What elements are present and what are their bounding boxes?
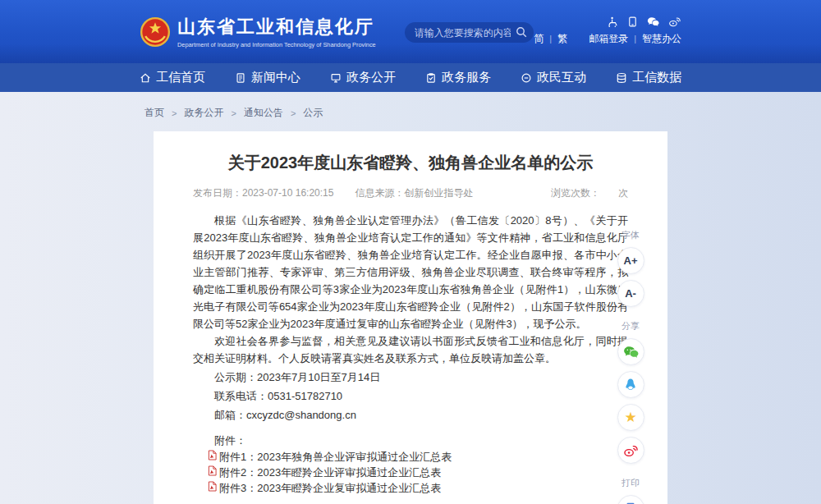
views-label: 浏览次数： [551, 186, 600, 200]
link-divider: | [549, 34, 552, 44]
share-qzone-button[interactable]: ★ [617, 404, 644, 431]
article-card: 关于2023年度山东省瞪羚、独角兽企业名单的公示 发布日期：2023-07-10… [154, 131, 667, 504]
nav-item-home[interactable]: 工信首页 [140, 70, 205, 85]
search-box [405, 22, 534, 43]
attachment-link-3[interactable]: 附件3：2023年瞪羚企业复审拟通过企业汇总表 [193, 481, 628, 496]
banner-utility-area: 简 | 繁 邮箱登录 | 智慧办公 [534, 16, 681, 46]
wechat-icon[interactable] [647, 16, 659, 27]
printer-icon [623, 502, 638, 504]
info-source: 信息来源：创新创业指导处 [355, 186, 473, 200]
national-emblem-logo [140, 16, 171, 48]
contact-phone: 联系电话：0531-51782710 [193, 387, 628, 405]
qq-icon [623, 378, 638, 392]
wechat-share-icon [623, 346, 639, 359]
breadcrumb-separator: > [291, 108, 296, 118]
weibo-icon[interactable] [668, 16, 681, 27]
simplified-chinese-link[interactable]: 简 [534, 32, 544, 46]
interaction-icon [521, 72, 532, 84]
attachments-label: 附件： [193, 432, 628, 449]
attachment-link-1[interactable]: 附件1：2023年独角兽企业评审拟通过企业汇总表 [193, 450, 628, 465]
share-wechat-button[interactable] [617, 338, 644, 365]
share-weibo-button[interactable] [617, 437, 644, 464]
home-icon [140, 72, 151, 84]
pdf-icon [208, 450, 217, 460]
nav-item-label: 政务公开 [346, 70, 396, 85]
nav-item-interaction[interactable]: 政民互动 [521, 70, 586, 85]
nav-item-label: 工信首页 [156, 70, 205, 85]
site-banner: 山东省工业和信息化厅 Department of Industry and In… [0, 0, 821, 63]
site-title: 山东省工业和信息化厅 [177, 15, 393, 39]
page-content: 首页 > 政务公开 > 通知公告 > 公示 关于2023年度山东省瞪羚、独角兽企… [0, 92, 821, 504]
views-suffix: 次 [618, 186, 628, 200]
article-meta: 发布日期：2023-07-10 16:20:15 信息来源：创新创业指导处 浏览… [193, 186, 628, 200]
attachment-label: 附件1：2023年独角兽企业评审拟通过企业汇总表 [219, 450, 452, 465]
publicity-period: 公示期：2023年7月10日至7月14日 [193, 369, 628, 386]
clipboard-icon [425, 72, 437, 84]
attachments-section: 附件： 附件1：2023年独角兽企业评审拟通过企业汇总表 [193, 432, 628, 496]
font-size-label: 字体 [621, 229, 640, 241]
search-input[interactable] [405, 22, 534, 43]
pdf-icon [208, 465, 217, 476]
page: 山东省工业和信息化厅 Department of Industry and In… [0, 0, 821, 504]
mail-login-link[interactable]: 邮箱登录 [589, 32, 628, 46]
nav-item-gov-services[interactable]: 政务服务 [425, 70, 491, 85]
search-icon[interactable] [516, 26, 527, 38]
traditional-chinese-link[interactable]: 繁 [557, 32, 567, 46]
print-label: 打印 [621, 477, 640, 489]
weibo-share-icon [623, 444, 638, 457]
paragraph: 根据《山东省瞪羚、独角兽企业认定管理办法》（鲁工信发〔2020〕8号）、《关于开… [193, 212, 628, 332]
breadcrumb-gov-openness[interactable]: 政务公开 [184, 106, 223, 120]
side-toolbar: 字体 A+ A- 分享 ★ [609, 222, 652, 504]
mobile-version-icon[interactable] [627, 16, 638, 27]
article-body: 根据《山东省瞪羚、独角兽企业认定管理办法》（鲁工信发〔2020〕8号）、《关于开… [193, 212, 628, 424]
link-divider: | [634, 34, 636, 44]
article-title: 关于2023年度山东省瞪羚、独角兽企业名单的公示 [193, 151, 628, 174]
breadcrumb-home[interactable]: 首页 [144, 106, 164, 120]
accessibility-icon[interactable] [608, 16, 618, 27]
nav-item-label: 工信数据 [632, 70, 681, 85]
attachment-label: 附件2：2023年瞪羚企业评审拟通过企业汇总表 [219, 465, 441, 480]
breadcrumb: 首页 > 政务公开 > 通知公告 > 公示 [140, 92, 681, 131]
monitor-icon [330, 72, 342, 84]
breadcrumb-separator: > [231, 108, 236, 118]
nav-item-news[interactable]: 新闻中心 [235, 70, 300, 85]
print-button[interactable] [617, 495, 644, 504]
share-label: 分享 [621, 320, 640, 332]
pdf-icon [208, 481, 217, 492]
breadcrumb-separator: > [172, 108, 177, 118]
database-icon [616, 72, 627, 84]
attachment-link-2[interactable]: 附件2：2023年瞪羚企业评审拟通过企业汇总表 [193, 465, 628, 480]
contact-email: 邮箱：cxcyzdc@shandong.cn [193, 406, 628, 424]
site-subtitle: Department of Industry and Information T… [177, 41, 376, 48]
font-decrease-button[interactable]: A- [617, 280, 644, 307]
share-qq-button[interactable] [617, 371, 644, 398]
site-brand: 山东省工业和信息化厅 Department of Industry and In… [140, 15, 393, 48]
qzone-star-icon: ★ [624, 410, 636, 424]
nav-item-label: 政民互动 [537, 70, 586, 85]
news-icon [235, 72, 246, 84]
publish-date: 发布日期：2023-07-10 16:20:15 [193, 186, 333, 200]
breadcrumb-notices[interactable]: 通知公告 [244, 106, 283, 120]
nav-item-gov-openness[interactable]: 政务公开 [330, 70, 396, 85]
nav-item-label: 政务服务 [442, 70, 491, 85]
main-navbar: 工信首页 新闻中心 政务公开 政务服务 [0, 63, 821, 92]
nav-item-label: 新闻中心 [251, 70, 300, 85]
font-increase-button[interactable]: A+ [617, 247, 644, 274]
attachment-label: 附件3：2023年瞪羚企业复审拟通过企业汇总表 [219, 481, 441, 496]
paragraph: 欢迎社会各界参与监督，相关意见及建议请以书面形式反馈省工业和信息化厅，同时提交相… [193, 332, 628, 367]
breadcrumb-current: 公示 [303, 106, 323, 120]
nav-item-data[interactable]: 工信数据 [616, 70, 681, 85]
smart-office-link[interactable]: 智慧办公 [642, 32, 681, 46]
